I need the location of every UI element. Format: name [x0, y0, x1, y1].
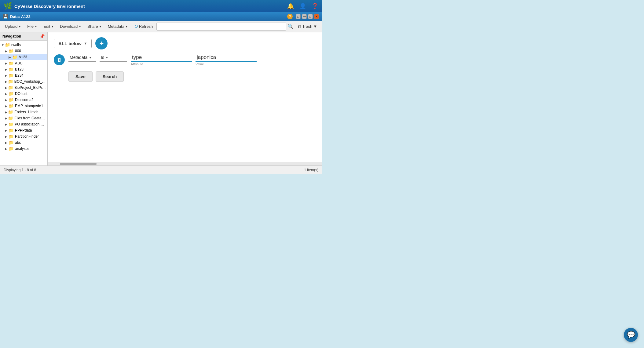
- window-close-btn[interactable]: ✕: [314, 14, 319, 19]
- window-restore-btn[interactable]: □: [308, 14, 313, 19]
- nav-item-bioproject_bioproject_[interactable]: ▶📁BioProject_BioProject_: [0, 85, 47, 91]
- folder-icon: 📁: [9, 103, 14, 108]
- tree-item-label: PO association data: [15, 122, 46, 126]
- refresh-button[interactable]: ↻ Refresh: [132, 22, 156, 31]
- status-bar: Displaying 1 - 8 of 8 1 item(s): [0, 165, 322, 174]
- nav-item-analyses[interactable]: ▶📁analyses: [0, 146, 47, 152]
- share-button[interactable]: Share ▼: [85, 23, 104, 30]
- nav-tree: ▼📁rwalls▶📁000▶📁A123▶📁ABC▶📁B123▶📁B234▶📁BC…: [0, 41, 47, 153]
- file-button[interactable]: File ▼: [25, 23, 40, 30]
- attribute-sublabel: Attribute: [131, 62, 192, 66]
- help-icon[interactable]: ❓: [312, 3, 318, 9]
- save-button[interactable]: Save: [68, 71, 93, 82]
- nav-item-abc[interactable]: ▶📁ABC: [0, 60, 47, 66]
- tree-arrow-icon: ▶: [5, 123, 8, 126]
- folder-icon: 📁: [5, 42, 10, 47]
- trash-button[interactable]: 🗑 Trash ▼: [295, 23, 320, 30]
- window-title: Data: A123: [10, 14, 31, 19]
- metadata-label: Metadata: [108, 24, 124, 29]
- tree-item-label: analyses: [15, 147, 29, 151]
- tree-arrow-icon: ▶: [5, 80, 8, 83]
- operator-select[interactable]: Is ▼: [100, 54, 127, 62]
- folder-icon: 📁: [9, 140, 14, 145]
- user-icon[interactable]: 👤: [299, 3, 306, 9]
- tree-arrow-icon: ▶: [5, 98, 9, 102]
- nav-item-dioscorea2[interactable]: ▶📁Dioscorea2: [0, 97, 47, 103]
- share-arrow-icon: ▼: [99, 25, 102, 28]
- app-logo: 🌿 CyVerse Discovery Environment: [4, 2, 85, 10]
- nav-item-po-association-data[interactable]: ▶📁PO association data: [0, 121, 47, 127]
- nav-item-enders_hirsch_maizes[interactable]: ▶📁Enders_Hirsch_maizeS: [0, 109, 47, 115]
- tree-arrow-icon: ▶: [5, 68, 9, 71]
- window-minimize-btn[interactable]: —: [302, 14, 307, 19]
- nav-item-files-from-geeta-05-2c[interactable]: ▶📁Files from Geeta 05-2C: [0, 115, 47, 121]
- nav-item-partitionfinder[interactable]: ▶📁PartitionFinder: [0, 133, 47, 140]
- search-input[interactable]: [156, 23, 286, 31]
- nav-item-emp_stampede1[interactable]: ▶📁EMP_stampede1: [0, 103, 47, 109]
- search-overlay-panel: ALL below ▼ + 🗑 Metadata ▼: [47, 32, 322, 165]
- folder-icon: 📁: [8, 110, 13, 114]
- trash-icon: 🗑: [297, 24, 301, 29]
- trash-label: Trash: [302, 24, 312, 29]
- window-maximize-btn[interactable]: □: [296, 14, 301, 19]
- edit-button[interactable]: Edit ▼: [41, 23, 56, 30]
- operator-field: Is ▼: [100, 54, 127, 62]
- notification-icon[interactable]: 🔔: [287, 3, 294, 9]
- upload-button[interactable]: Upload ▼: [2, 23, 24, 30]
- all-below-button[interactable]: ALL below ▼: [54, 39, 92, 48]
- file-label: File: [27, 24, 34, 29]
- app-title: CyVerse Discovery Environment: [14, 4, 85, 9]
- download-button[interactable]: Download ▼: [57, 23, 84, 30]
- nav-item-b234[interactable]: ▶📁B234: [0, 72, 47, 78]
- nav-item-abc[interactable]: ▶📁abc: [0, 140, 47, 146]
- search-icon[interactable]: 🔍: [287, 24, 294, 29]
- folder-icon: 📁: [9, 146, 14, 151]
- tree-item-label: EMP_stampede1: [15, 104, 43, 108]
- tree-arrow-icon: ▶: [5, 135, 9, 138]
- nav-item-doitest[interactable]: ▶📁DOItest: [0, 91, 47, 97]
- nav-item-b123[interactable]: ▶📁B123: [0, 66, 47, 72]
- tree-arrow-icon: ▶: [5, 141, 9, 144]
- tree-item-label: Files from Geeta 05-2C: [14, 116, 46, 120]
- nav-item-a123[interactable]: ▶📁A123: [0, 54, 47, 60]
- horizontal-scrollbar[interactable]: [48, 162, 322, 165]
- tree-arrow-icon: ▶: [5, 117, 8, 120]
- search-label: Search: [103, 74, 117, 79]
- nav-item-rwalls[interactable]: ▼📁rwalls: [0, 42, 47, 48]
- tree-arrow-icon: ▶: [5, 129, 9, 132]
- folder-icon: 📁: [8, 122, 13, 127]
- upload-arrow-icon: ▼: [18, 25, 21, 28]
- tree-arrow-icon: ▶: [5, 104, 9, 108]
- pin-icon[interactable]: 📌: [39, 34, 45, 39]
- folder-icon: 📁: [9, 49, 14, 53]
- add-condition-button[interactable]: +: [95, 37, 108, 49]
- folder-icon: 📁: [9, 134, 14, 139]
- window-controls: ? □ — □ ✕: [287, 14, 319, 19]
- navigation-panel: Navigation 📌 ▼📁rwalls▶📁000▶📁A123▶📁ABC▶📁B…: [0, 32, 47, 165]
- nav-title: Navigation: [2, 34, 21, 38]
- window-help-btn[interactable]: ?: [287, 14, 293, 19]
- top-icons: 🔔 👤 ❓: [287, 3, 318, 9]
- value-input[interactable]: [196, 54, 257, 62]
- delete-condition-button[interactable]: 🗑: [54, 54, 65, 65]
- value-field: Value: [196, 54, 257, 66]
- folder-icon: 📁: [9, 67, 14, 72]
- metadata-button[interactable]: Metadata ▼: [105, 23, 130, 30]
- nav-item-bco_workshop_feb2c[interactable]: ▶📁BCO_workshop_Feb2C: [0, 78, 47, 85]
- download-arrow-icon: ▼: [79, 25, 81, 28]
- nav-item-ppppdata[interactable]: ▶📁PPPPdata: [0, 127, 47, 133]
- all-below-arrow-icon: ▼: [84, 42, 87, 45]
- file-arrow-icon: ▼: [35, 25, 37, 28]
- attribute-input[interactable]: [131, 54, 192, 62]
- upload-label: Upload: [5, 24, 17, 29]
- nav-item-000[interactable]: ▶📁000: [0, 48, 47, 54]
- trash-arrow-icon: ▼: [313, 24, 317, 29]
- tree-item-label: BioProject_BioProject_: [14, 85, 46, 90]
- search-button[interactable]: Search: [96, 71, 124, 82]
- metadata-select-label: Metadata: [70, 55, 87, 60]
- nav-header: Navigation 📌: [0, 32, 47, 41]
- toolbar: Upload ▼ File ▼ Edit ▼ Download ▼ Share …: [0, 21, 322, 32]
- filter-top-row: ALL below ▼ +: [54, 37, 316, 49]
- metadata-select[interactable]: Metadata ▼: [68, 54, 96, 62]
- tree-item-label: PPPPdata: [15, 128, 32, 132]
